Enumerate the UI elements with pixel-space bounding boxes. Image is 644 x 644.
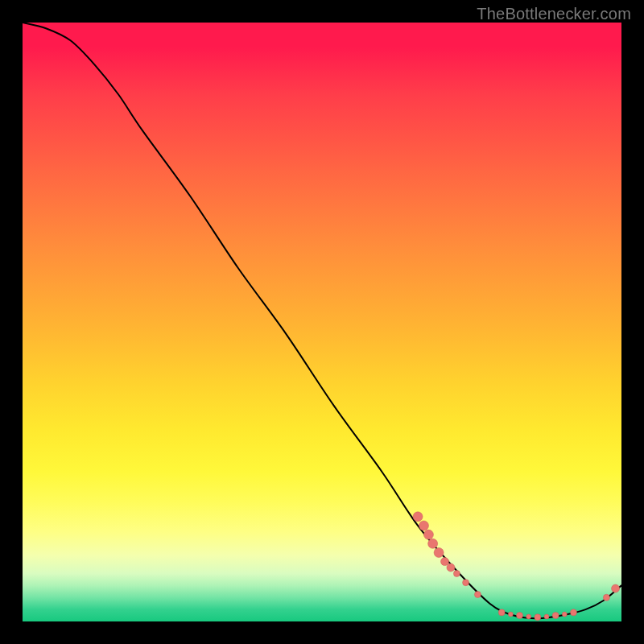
chart-svg bbox=[23, 23, 621, 621]
scatter-dot bbox=[508, 612, 513, 617]
scatter-dot bbox=[498, 609, 505, 616]
scatter-dot bbox=[612, 584, 620, 592]
scatter-dot bbox=[552, 613, 559, 619]
scatter-dot bbox=[562, 612, 567, 617]
scatter-dot bbox=[526, 614, 531, 619]
scatter-dot bbox=[474, 592, 481, 598]
scatter-dot bbox=[463, 580, 469, 586]
bottleneck-curve bbox=[23, 23, 621, 618]
scatter-dot bbox=[413, 512, 423, 522]
scatter-dot bbox=[603, 594, 609, 601]
watermark-text: TheBottlenecker.com bbox=[477, 5, 631, 23]
scatter-points bbox=[413, 512, 620, 621]
scatter-dot bbox=[453, 570, 460, 576]
scatter-dot bbox=[447, 564, 455, 572]
plot-area bbox=[23, 23, 621, 621]
scatter-dot bbox=[428, 539, 438, 548]
scatter-dot bbox=[544, 614, 549, 619]
scatter-dot bbox=[535, 614, 541, 621]
scatter-dot bbox=[419, 521, 428, 530]
scatter-dot bbox=[517, 613, 523, 619]
chart-frame: TheBottlenecker.com bbox=[0, 0, 644, 644]
scatter-dot bbox=[423, 530, 433, 539]
scatter-dot bbox=[570, 609, 576, 616]
scatter-dot bbox=[441, 558, 449, 566]
scatter-dot bbox=[434, 547, 444, 557]
